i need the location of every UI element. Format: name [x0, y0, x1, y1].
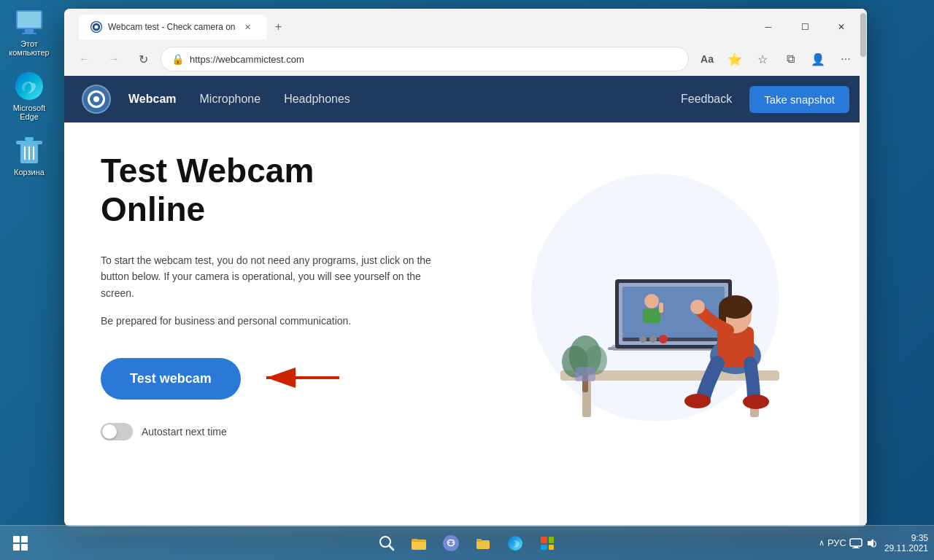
tab-close-button[interactable]: ✕ — [242, 20, 255, 34]
illustration-svg — [502, 159, 808, 436]
files-taskbar-button[interactable] — [468, 529, 498, 558]
svg-point-50 — [443, 535, 459, 551]
favorites-button[interactable]: ⭐ — [722, 47, 747, 71]
address-bar[interactable]: 🔒 https://webcammictest.com — [161, 47, 689, 71]
start-button[interactable] — [6, 529, 35, 558]
recycle-bin-icon — [15, 136, 44, 165]
store-icon — [539, 535, 555, 551]
svg-point-55 — [508, 536, 522, 551]
search-icon — [379, 535, 395, 551]
svg-rect-60 — [850, 539, 862, 546]
address-bar-row: ← → ↻ 🔒 https://webcammictest.com Aa ⭐ ☆… — [64, 42, 867, 76]
site-nav-links: Webcam Microphone Headphones — [128, 90, 681, 109]
clock-date: 29.11.2021 — [884, 543, 928, 553]
taskbar-clock[interactable]: 9:35 29.11.2021 — [884, 533, 928, 553]
svg-point-37 — [743, 394, 769, 409]
svg-rect-3 — [22, 33, 36, 34]
test-webcam-button[interactable]: Test webcam — [101, 358, 241, 400]
refresh-button[interactable]: ↻ — [131, 47, 155, 71]
active-tab[interactable]: Webcam test - Check camera on ✕ — [79, 15, 266, 39]
content-right — [480, 152, 830, 443]
title-line2: Online — [101, 190, 205, 228]
clock-time: 9:35 — [884, 533, 928, 543]
snapshot-button[interactable]: Take snapshot — [749, 86, 849, 113]
lang-icon[interactable]: РУС — [827, 537, 846, 548]
read-aloud-button[interactable]: Aa — [695, 47, 719, 71]
profile-button[interactable]: 👤 — [806, 47, 830, 71]
title-bar: Webcam test - Check camera on ✕ + ─ ☐ ✕ — [64, 9, 867, 42]
feedback-link[interactable]: Feedback — [681, 93, 732, 106]
new-tab-button[interactable]: + — [268, 16, 290, 38]
svg-rect-46 — [21, 544, 28, 551]
desktop-icon-edge[interactable]: Microsoft Edge — [4, 71, 55, 121]
tab-title: Webcam test - Check camera on — [108, 22, 236, 32]
nav-link-microphone[interactable]: Microphone — [200, 90, 261, 109]
desktop-icon-recycle[interactable]: Корзина — [4, 136, 55, 176]
recycle-label: Корзина — [14, 168, 45, 176]
svg-rect-59 — [549, 545, 554, 550]
edge-icon — [15, 71, 44, 101]
svg-rect-26 — [622, 338, 725, 341]
svg-rect-57 — [549, 537, 554, 543]
forward-button[interactable]: → — [102, 47, 126, 71]
hero-illustration — [502, 159, 808, 436]
svg-point-52 — [452, 542, 454, 543]
edge-taskbar-icon — [507, 535, 523, 551]
file-explorer-taskbar-button[interactable] — [404, 529, 433, 558]
nav-link-webcam[interactable]: Webcam — [128, 90, 177, 109]
back-button[interactable]: ← — [73, 47, 96, 71]
svg-point-12 — [95, 26, 99, 29]
close-button[interactable]: ✕ — [825, 17, 858, 37]
display-icon — [849, 538, 862, 548]
this-pc-label: Этот компьютер — [4, 39, 55, 57]
autostart-toggle[interactable] — [101, 423, 133, 440]
site-logo[interactable] — [82, 85, 111, 114]
url-text: https://webcammictest.com — [190, 54, 678, 65]
split-screen-button[interactable]: ⧉ — [778, 47, 803, 71]
toggle-knob — [102, 424, 117, 439]
svg-rect-6 — [16, 141, 42, 144]
discord-icon — [442, 534, 460, 552]
page-scrollbar[interactable] — [860, 9, 867, 526]
tray-expand-icon[interactable]: ∧ — [819, 538, 825, 548]
svg-rect-7 — [25, 137, 34, 141]
browser-toolbar-right: Aa ⭐ ☆ ⧉ 👤 ··· — [695, 47, 858, 71]
taskbar-left — [6, 529, 35, 558]
store-taskbar-button[interactable] — [533, 529, 562, 558]
button-area: Test webcam — [101, 358, 241, 400]
site-nav-right: Feedback Take snapshot — [681, 86, 849, 113]
logo-icon — [88, 90, 105, 108]
svg-point-23 — [644, 294, 659, 308]
svg-rect-45 — [13, 544, 20, 551]
maximize-button[interactable]: ☐ — [788, 17, 822, 37]
collections-button[interactable]: ☆ — [750, 47, 775, 71]
edge-taskbar-button[interactable] — [501, 529, 530, 558]
taskbar-center — [372, 529, 562, 558]
svg-rect-58 — [541, 545, 547, 550]
autostart-row: Autostart next time — [101, 423, 451, 440]
scrollbar-thumb[interactable] — [860, 13, 866, 57]
minimize-button[interactable]: ─ — [752, 17, 785, 37]
window-controls: ─ ☐ ✕ — [752, 17, 858, 37]
site-navigation: Webcam Microphone Headphones Feedback Ta… — [64, 76, 867, 122]
svg-rect-1 — [18, 12, 41, 28]
file-explorer-icon — [411, 535, 427, 551]
folder-icon — [475, 535, 491, 551]
nav-link-headphones[interactable]: Headphones — [284, 90, 350, 109]
settings-button[interactable]: ··· — [833, 47, 858, 71]
content-left: Test Webcam Online To start the webcam t… — [101, 152, 451, 440]
browser-chrome: Webcam test - Check camera on ✕ + ─ ☐ ✕ … — [64, 9, 867, 76]
svg-point-35 — [690, 300, 705, 314]
discord-taskbar-button[interactable] — [436, 529, 466, 558]
page-description-1: To start the webcam test, you do not nee… — [101, 252, 451, 301]
website-content: Webcam Microphone Headphones Feedback Ta… — [64, 76, 867, 526]
svg-point-36 — [684, 394, 711, 408]
windows-logo-icon — [12, 535, 28, 551]
desktop-icons: Этот компьютер Microsoft — [0, 0, 58, 184]
search-taskbar-button[interactable] — [372, 529, 401, 558]
svg-point-51 — [449, 542, 450, 543]
tab-favicon — [90, 21, 102, 33]
svg-rect-54 — [476, 539, 482, 542]
svg-point-4 — [15, 72, 43, 100]
desktop-icon-this-pc[interactable]: Этот компьютер — [4, 7, 55, 57]
